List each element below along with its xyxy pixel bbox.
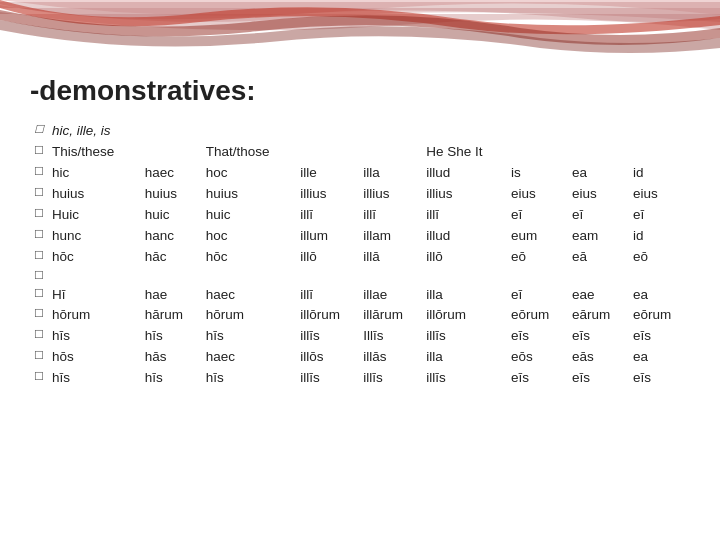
cell: eārum [568,305,629,326]
cell [296,142,359,163]
cell: eīs [507,326,568,347]
cell: illī [359,205,422,226]
cell: illās [359,347,422,368]
bullet-cell: ☐ [30,368,48,389]
cell [296,121,359,142]
cell: illa [422,347,507,368]
cell: ea [629,347,690,368]
cell: illōrum [422,305,507,326]
cell: hīs [202,326,297,347]
cell [629,267,690,284]
cell: illae [359,285,422,306]
cell: eī [629,205,690,226]
cell: hōs [48,347,141,368]
cell: hōc [48,247,141,268]
bullet-cell: ☐ [30,205,48,226]
cell: hoc [202,226,297,247]
cell: Hī [48,285,141,306]
cell: Huic [48,205,141,226]
cell [422,121,507,142]
cell: eius [629,184,690,205]
cell: hās [141,347,202,368]
cell: id [629,226,690,247]
cell: eīs [629,326,690,347]
cell: ille [296,163,359,184]
table-row: ☐hīshīshīsillīsIllīsillīseīseīseīs [30,326,690,347]
cell: id [629,163,690,184]
cell: eī [507,285,568,306]
cell: eius [568,184,629,205]
cell: eā [568,247,629,268]
cell: illīs [296,326,359,347]
bullet-cell: ☐ [30,247,48,268]
cell: illā [359,247,422,268]
cell: illius [359,184,422,205]
cell [359,267,422,284]
cell: huic [202,205,297,226]
cell [629,142,690,163]
cell: illī [296,285,359,306]
cell: hīs [48,368,141,389]
cell: illam [359,226,422,247]
cell: illud [422,226,507,247]
cell: hoc [202,163,297,184]
cell: is [507,163,568,184]
table-row: ☐hōrumhārumhōrumillōrumillārumillōrumeōr… [30,305,690,326]
cell: illīs [359,368,422,389]
cell: eō [629,247,690,268]
cell [359,121,422,142]
cell: hic, ille, is [48,121,141,142]
cell: This/these [48,142,141,163]
cell [568,142,629,163]
cell: huius [48,184,141,205]
table-row: ☐huiushuiushuiusilliusilliusilliuseiusei… [30,184,690,205]
cell: illī [296,205,359,226]
cell: illius [296,184,359,205]
cell: huius [202,184,297,205]
table-row: ☐Huichuichuicillīillīillīeīeīeī [30,205,690,226]
cell: hāc [141,247,202,268]
table-row: ☐ [30,267,690,284]
bullet-cell: ☐ [30,226,48,247]
bullet-cell: ☐ [30,326,48,347]
table-row: ☐Hīhaehaecillīillaeillaeīeaeea [30,285,690,306]
cell: haec [202,285,297,306]
cell: eōs [507,347,568,368]
cell: hīs [141,368,202,389]
cell [568,121,629,142]
cell: huic [141,205,202,226]
cell: eam [568,226,629,247]
bullet-cell: ☐ [30,285,48,306]
bullet-cell: ☐ [30,121,48,142]
cell: illum [296,226,359,247]
cell: eīs [568,368,629,389]
cell: illōrum [296,305,359,326]
bullet-cell: ☐ [30,142,48,163]
cell: eī [507,205,568,226]
cell: hārum [141,305,202,326]
bullet-cell: ☐ [30,305,48,326]
cell: illius [422,184,507,205]
cell: hic [48,163,141,184]
bullet-cell: ☐ [30,163,48,184]
cell: eīs [629,368,690,389]
demonstratives-table: ☐hic, ille, is☐This/theseThat/thoseHe Sh… [30,121,690,389]
cell [629,121,690,142]
cell: Illīs [359,326,422,347]
cell: illī [422,205,507,226]
cell [507,121,568,142]
cell: eōrum [507,305,568,326]
cell: hōc [202,247,297,268]
main-content: -demonstratives: ☐hic, ille, is☐This/the… [0,55,720,399]
cell [141,121,202,142]
cell: illa [359,163,422,184]
cell: eum [507,226,568,247]
cell: hīs [141,326,202,347]
cell: illīs [296,368,359,389]
cell: ea [568,163,629,184]
table-row: ☐This/theseThat/thoseHe She It [30,142,690,163]
cell: eae [568,285,629,306]
table-row: ☐hichaechocilleillailludiseaid [30,163,690,184]
declension-table: ☐hic, ille, is☐This/theseThat/thoseHe Sh… [30,121,690,389]
cell: illō [422,247,507,268]
